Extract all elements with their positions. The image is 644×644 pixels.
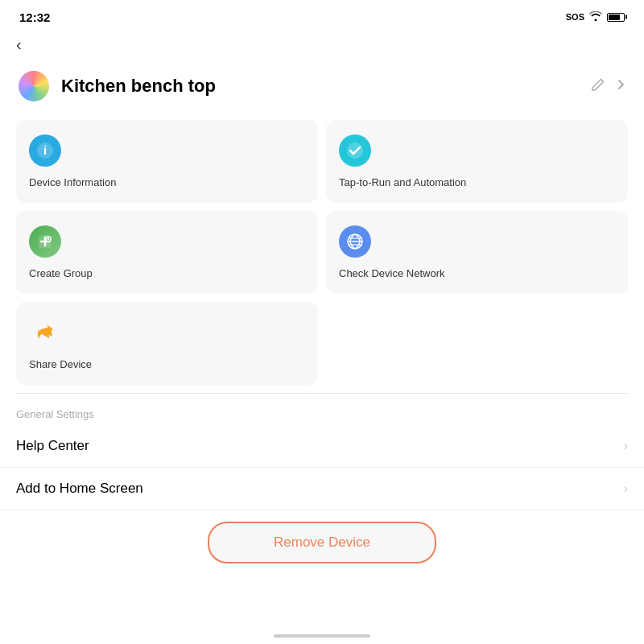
tap-to-run-label: Tap-to-Run and Automation — [339, 176, 466, 190]
remove-device-button[interactable]: Remove Device — [208, 522, 436, 564]
device-title: Kitchen bench top — [61, 76, 581, 97]
list-item-add-to-home[interactable]: Add to Home Screen › — [0, 468, 644, 510]
general-settings-label: General Settings — [0, 400, 644, 425]
chevron-right-icon-2: › — [624, 481, 628, 496]
tap-to-run-icon — [339, 134, 371, 167]
status-right: SOS — [566, 11, 625, 23]
sos-indicator: SOS — [566, 12, 584, 22]
status-time: 12:32 — [19, 10, 50, 24]
header-actions — [591, 77, 628, 96]
menu-item-check-network[interactable]: Check Device Network — [326, 211, 628, 294]
remove-device-row: Remove Device — [16, 518, 628, 567]
check-network-icon — [339, 225, 371, 258]
forward-icon[interactable] — [613, 77, 628, 96]
edit-icon[interactable] — [591, 77, 605, 96]
menu-grid: i Device Information Tap-to-Run and Auto… — [0, 120, 644, 385]
share-device-icon — [29, 316, 61, 349]
menu-item-create-group[interactable]: Create Group — [16, 211, 318, 294]
device-information-icon: i — [29, 134, 61, 167]
menu-item-share-device[interactable]: Share Device — [16, 302, 318, 385]
list-item-help-center[interactable]: Help Center › — [0, 425, 644, 468]
home-indicator — [274, 634, 370, 638]
wifi-icon — [589, 11, 602, 23]
back-button[interactable]: ‹ — [16, 35, 22, 54]
section-divider — [16, 393, 628, 394]
device-information-label: Device Information — [29, 176, 116, 190]
chevron-right-icon: › — [624, 439, 628, 453]
nav-bar: ‹ — [0, 29, 644, 60]
device-icon — [16, 68, 52, 104]
svg-text:i: i — [43, 143, 47, 157]
create-group-label: Create Group — [29, 267, 93, 281]
create-group-icon — [29, 225, 61, 258]
battery-icon — [607, 13, 625, 22]
device-header: Kitchen bench top — [0, 60, 644, 120]
menu-item-tap-to-run[interactable]: Tap-to-Run and Automation — [326, 120, 628, 203]
check-network-label: Check Device Network — [339, 267, 445, 281]
help-center-label: Help Center — [16, 438, 89, 454]
share-device-label: Share Device — [29, 358, 92, 372]
status-bar: 12:32 SOS — [0, 0, 644, 29]
add-to-home-label: Add to Home Screen — [16, 481, 143, 497]
menu-item-device-information[interactable]: i Device Information — [16, 120, 318, 203]
bottom-area: Remove Device — [0, 510, 644, 567]
device-color-wheel — [19, 71, 49, 101]
